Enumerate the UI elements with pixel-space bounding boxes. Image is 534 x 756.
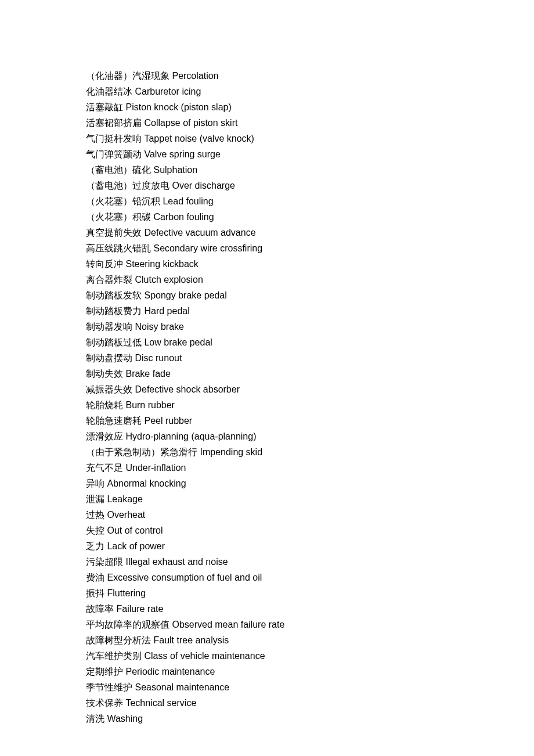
term-english: Out of control <box>107 525 163 535</box>
term-english: Sulphation <box>153 165 197 175</box>
term-chinese: 化油器结冰 <box>86 87 132 96</box>
term-line: 减振器失效 Defective shock absorber <box>86 381 476 397</box>
term-line: 气门弹簧颤动 Valve spring surge <box>86 146 476 162</box>
term-english: Technical service <box>125 698 196 708</box>
term-line: 费油 Excessive consumption of fuel and oil <box>86 570 476 585</box>
term-line: 化油器结冰 Carburetor icing <box>86 84 476 99</box>
term-chinese: 异响 <box>86 478 104 488</box>
term-chinese: 故障树型分析法 <box>86 635 151 645</box>
term-line: 真空提前失效 Defective vacuum advance <box>86 225 476 240</box>
term-chinese: 气门弹簧颤动 <box>86 149 142 159</box>
term-english: Secondary wire crossfiring <box>153 243 262 253</box>
term-english: Fault tree analysis <box>153 635 229 645</box>
term-english: Overheat <box>107 510 145 520</box>
term-chinese: （由于紧急制动）紧急滑行 <box>86 447 197 457</box>
term-chinese: 费油 <box>86 573 104 582</box>
term-chinese: 减振器失效 <box>86 384 132 394</box>
term-chinese: 气门挺杆发响 <box>86 134 142 143</box>
term-chinese: 离合器炸裂 <box>86 275 132 285</box>
term-line: 污染超限 Illegal exhaust and noise <box>86 554 476 570</box>
term-line: 制动踏板费力 Hard pedal <box>86 303 476 319</box>
term-english: Steering kickback <box>125 259 198 269</box>
term-line: 轮胎急速磨耗 Peel rubber <box>86 413 476 429</box>
term-line: 汽车维护类别 Class of vehicle maintenance <box>86 648 476 664</box>
term-english: Leakage <box>107 494 142 504</box>
term-english: Over discharge <box>172 181 235 190</box>
term-english: Illegal exhaust and noise <box>125 557 228 567</box>
term-line: 制动踏板发软 Spongy brake pedal <box>86 287 476 303</box>
term-line: 高压线跳火错乱 Secondary wire crossfiring <box>86 240 476 256</box>
term-chinese: 制动踏板费力 <box>86 306 142 316</box>
term-chinese: 高压线跳火错乱 <box>86 243 151 253</box>
term-chinese: 轮胎急速磨耗 <box>86 416 142 426</box>
term-line: （蓄电池）硫化 Sulphation <box>86 162 476 178</box>
term-english: Burn rubber <box>125 400 175 410</box>
term-line: 轮胎烧耗 Burn rubber <box>86 397 476 413</box>
term-english: Percolation <box>172 71 218 81</box>
term-line: 失控 Out of control <box>86 523 476 538</box>
term-english: Carbon fouling <box>153 212 214 222</box>
term-english: Hard pedal <box>144 306 189 316</box>
term-chinese: 污染超限 <box>86 557 123 567</box>
term-chinese: 活塞敲缸 <box>86 102 123 112</box>
term-english: Impending skid <box>200 447 262 457</box>
term-english: Brake fade <box>125 369 170 379</box>
term-english: Defective vacuum advance <box>144 228 255 237</box>
term-chinese: 失控 <box>86 525 104 535</box>
term-line: 活塞敲缸 Piston knock (piston slap) <box>86 99 476 115</box>
term-line: 制动踏板过低 Low brake pedal <box>86 334 476 350</box>
term-line: 故障率 Failure rate <box>86 601 476 617</box>
term-english: Noisy brake <box>135 322 183 332</box>
term-chinese: 制动器发响 <box>86 322 132 332</box>
term-line: 活塞裙部挤扁 Collapse of piston skirt <box>86 115 476 131</box>
term-chinese: 平均故障率的观察值 <box>86 620 169 629</box>
term-chinese: 乏力 <box>86 541 104 551</box>
term-line: （火花塞）铅沉积 Lead fouling <box>86 193 476 209</box>
term-chinese: （火花塞）铅沉积 <box>86 196 160 206</box>
term-line: 异响 Abnormal knocking <box>86 476 476 491</box>
term-chinese: 定期维护 <box>86 667 123 676</box>
term-english: Fluttering <box>107 588 146 598</box>
term-english: Low brake pedal <box>144 337 212 347</box>
term-english: Washing <box>107 714 143 723</box>
term-chinese: 制动踏板发软 <box>86 290 142 300</box>
term-chinese: 过热 <box>86 510 104 520</box>
term-chinese: 真空提前失效 <box>86 228 142 237</box>
term-line: （蓄电池）过度放电 Over discharge <box>86 178 476 193</box>
term-english: Excessive consumption of fuel and oil <box>107 573 262 582</box>
term-chinese: 轮胎烧耗 <box>86 400 123 410</box>
document-content: （化油器）汽湿现象 Percolation化油器结冰 Carburetor ic… <box>0 0 534 726</box>
term-line: 转向反冲 Steering kickback <box>86 256 476 272</box>
term-line: 乏力 Lack of power <box>86 538 476 554</box>
term-english: Seasonal maintenance <box>135 682 229 692</box>
term-chinese: 汽车维护类别 <box>86 651 142 661</box>
term-chinese: （化油器）汽湿现象 <box>86 71 169 81</box>
term-english: Carburetor icing <box>135 87 201 96</box>
term-english: Observed mean failure rate <box>172 620 284 629</box>
term-line: 气门挺杆发响 Tappet noise (valve knock) <box>86 131 476 146</box>
term-english: Failure rate <box>116 604 163 614</box>
term-line: 技术保养 Technical service <box>86 695 476 711</box>
term-chinese: 制动踏板过低 <box>86 337 142 347</box>
term-chinese: 季节性维护 <box>86 682 132 692</box>
term-english: Periodic maintenance <box>125 667 215 676</box>
term-chinese: （火花塞）积碳 <box>86 212 151 222</box>
term-english: Under-inflation <box>125 463 186 473</box>
term-line: 离合器炸裂 Clutch explosion <box>86 272 476 287</box>
term-chinese: 振抖 <box>86 588 104 598</box>
term-english: Defective shock absorber <box>135 384 240 394</box>
term-line: 清洗 Washing <box>86 711 476 726</box>
term-english: Hydro-planning (aqua-planning) <box>125 431 256 441</box>
term-english: Lead fouling <box>163 196 213 206</box>
term-line: 定期维护 Periodic maintenance <box>86 664 476 679</box>
term-line: （火花塞）积碳 Carbon fouling <box>86 209 476 225</box>
term-line: （化油器）汽湿现象 Percolation <box>86 68 476 84</box>
term-chinese: （蓄电池）硫化 <box>86 165 151 175</box>
term-line: 泄漏 Leakage <box>86 491 476 507</box>
term-english: Tappet noise (valve knock) <box>144 134 254 143</box>
term-chinese: 漂滑效应 <box>86 431 123 441</box>
term-line: 充气不足 Under-inflation <box>86 460 476 476</box>
term-chinese: 活塞裙部挤扁 <box>86 118 142 128</box>
term-chinese: 技术保养 <box>86 698 123 708</box>
term-english: Collapse of piston skirt <box>144 118 237 128</box>
